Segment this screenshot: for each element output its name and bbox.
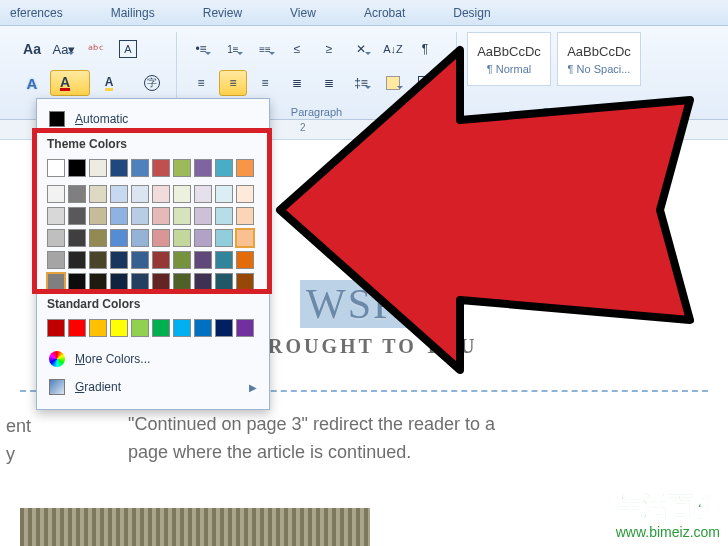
- color-swatch[interactable]: [68, 319, 86, 337]
- color-swatch[interactable]: [47, 207, 65, 225]
- color-swatch[interactable]: [152, 159, 170, 177]
- color-swatch[interactable]: [110, 185, 128, 203]
- color-swatch[interactable]: [131, 319, 149, 337]
- color-swatch[interactable]: [194, 229, 212, 247]
- color-swatch[interactable]: [47, 185, 65, 203]
- character-border-button[interactable]: A: [114, 36, 142, 62]
- color-swatch[interactable]: [194, 159, 212, 177]
- clear-formatting-button[interactable]: ᵃᵇᶜ: [82, 36, 110, 62]
- more-colors-item[interactable]: More Colors...: [45, 345, 261, 373]
- color-swatch[interactable]: [173, 159, 191, 177]
- color-swatch[interactable]: [173, 207, 191, 225]
- color-swatch[interactable]: [131, 229, 149, 247]
- color-swatch[interactable]: [68, 229, 86, 247]
- color-swatch[interactable]: [194, 251, 212, 269]
- shading-button[interactable]: [379, 70, 407, 96]
- color-swatch[interactable]: [68, 185, 86, 203]
- color-swatch[interactable]: [236, 159, 254, 177]
- color-swatch[interactable]: [236, 185, 254, 203]
- color-swatch[interactable]: [110, 159, 128, 177]
- tab-design[interactable]: Design: [453, 6, 490, 20]
- color-swatch[interactable]: [194, 185, 212, 203]
- tab-view[interactable]: View: [290, 6, 316, 20]
- color-swatch[interactable]: [215, 185, 233, 203]
- gradient-item[interactable]: Gradient ▶: [45, 373, 261, 401]
- color-swatch[interactable]: [131, 207, 149, 225]
- color-swatch[interactable]: [152, 319, 170, 337]
- color-swatch[interactable]: [47, 251, 65, 269]
- color-swatch[interactable]: [89, 229, 107, 247]
- tab-mailings[interactable]: Mailings: [111, 6, 155, 20]
- align-center-button[interactable]: ≡: [219, 70, 247, 96]
- color-swatch[interactable]: [215, 251, 233, 269]
- tab-review[interactable]: Review: [203, 6, 242, 20]
- color-swatch[interactable]: [89, 319, 107, 337]
- color-swatch[interactable]: [194, 273, 212, 291]
- color-swatch[interactable]: [68, 207, 86, 225]
- color-swatch[interactable]: [194, 207, 212, 225]
- enclose-characters-button[interactable]: 字: [138, 70, 166, 96]
- line-spacing-button[interactable]: ‡≡: [347, 70, 375, 96]
- color-swatch[interactable]: [215, 273, 233, 291]
- color-swatch[interactable]: [215, 207, 233, 225]
- color-automatic[interactable]: Automatic: [45, 105, 261, 133]
- color-swatch[interactable]: [173, 273, 191, 291]
- decrease-indent-button[interactable]: ≤: [283, 36, 311, 62]
- justify-button[interactable]: ≣: [283, 70, 311, 96]
- color-swatch[interactable]: [215, 319, 233, 337]
- color-swatch[interactable]: [215, 229, 233, 247]
- color-swatch[interactable]: [194, 319, 212, 337]
- color-swatch[interactable]: [236, 251, 254, 269]
- change-case-button[interactable]: Aa▾: [50, 36, 78, 62]
- color-swatch[interactable]: [236, 273, 254, 291]
- color-swatch[interactable]: [152, 207, 170, 225]
- color-swatch[interactable]: [173, 319, 191, 337]
- color-swatch[interactable]: [47, 229, 65, 247]
- color-swatch[interactable]: [152, 273, 170, 291]
- color-swatch[interactable]: [47, 273, 65, 291]
- color-swatch[interactable]: [68, 273, 86, 291]
- color-swatch[interactable]: [89, 273, 107, 291]
- color-swatch[interactable]: [152, 251, 170, 269]
- color-swatch[interactable]: [89, 159, 107, 177]
- color-swatch[interactable]: [236, 229, 254, 247]
- color-swatch[interactable]: [131, 251, 149, 269]
- distributed-button[interactable]: ≣: [315, 70, 343, 96]
- color-swatch[interactable]: [173, 251, 191, 269]
- color-swatch[interactable]: [110, 319, 128, 337]
- color-swatch[interactable]: [215, 159, 233, 177]
- color-swatch[interactable]: [68, 251, 86, 269]
- color-swatch[interactable]: [173, 185, 191, 203]
- style-normal[interactable]: AaBbCcDc ¶ Normal: [467, 32, 551, 86]
- asian-layout-button[interactable]: ✕: [347, 36, 375, 62]
- bullets-button[interactable]: •≡: [187, 36, 215, 62]
- color-swatch[interactable]: [110, 251, 128, 269]
- color-swatch[interactable]: [110, 229, 128, 247]
- color-swatch[interactable]: [47, 319, 65, 337]
- sort-button[interactable]: A↓Z: [379, 36, 407, 62]
- color-swatch[interactable]: [89, 207, 107, 225]
- color-swatch[interactable]: [89, 251, 107, 269]
- increase-indent-button[interactable]: ≥: [315, 36, 343, 62]
- color-swatch[interactable]: [110, 273, 128, 291]
- color-swatch[interactable]: [47, 159, 65, 177]
- show-hide-button[interactable]: ¶: [411, 36, 439, 62]
- multilevel-list-button[interactable]: ≡≡: [251, 36, 279, 62]
- align-right-button[interactable]: ≡: [251, 70, 279, 96]
- grow-font-button[interactable]: Aa: [18, 36, 46, 62]
- color-swatch[interactable]: [152, 185, 170, 203]
- color-swatch[interactable]: [131, 273, 149, 291]
- color-swatch[interactable]: [131, 159, 149, 177]
- color-swatch[interactable]: [131, 185, 149, 203]
- align-left-button[interactable]: ≡: [187, 70, 215, 96]
- color-swatch[interactable]: [68, 159, 86, 177]
- borders-button[interactable]: [411, 70, 439, 96]
- color-swatch[interactable]: [89, 185, 107, 203]
- color-swatch[interactable]: [152, 229, 170, 247]
- highlight-button[interactable]: A: [94, 70, 134, 96]
- tab-acrobat[interactable]: Acrobat: [364, 6, 405, 20]
- color-swatch[interactable]: [110, 207, 128, 225]
- style-no-spacing[interactable]: AaBbCcDc ¶ No Spaci...: [557, 32, 641, 86]
- text-effects-button[interactable]: A: [18, 70, 46, 96]
- color-swatch[interactable]: [173, 229, 191, 247]
